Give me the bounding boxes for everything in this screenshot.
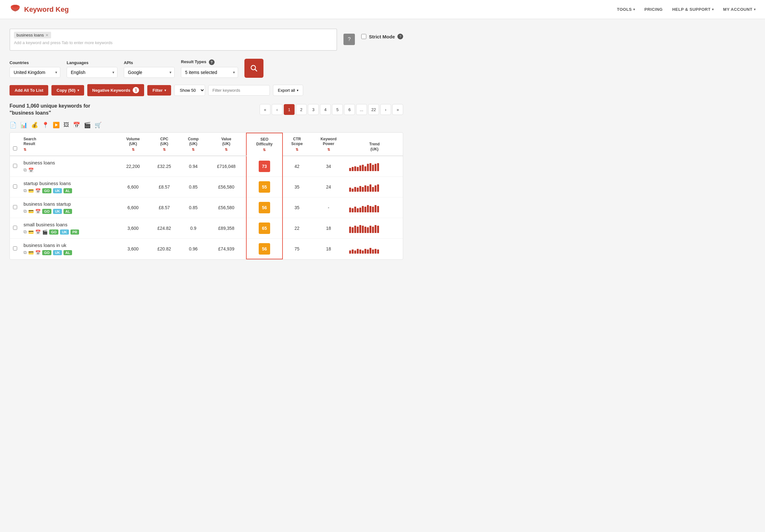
location-icon[interactable]: 📍 xyxy=(42,122,49,129)
copy-icon[interactable]: ⧉ xyxy=(23,209,27,214)
col-header-keyword-power[interactable]: KeywordPower ⇅ xyxy=(311,133,346,156)
trend-bar xyxy=(349,251,351,254)
col-header-volume[interactable]: Volume(UK) ⇅ xyxy=(117,133,149,156)
trend-cell xyxy=(346,156,403,177)
row-checkbox-0[interactable] xyxy=(13,164,17,168)
nav-help[interactable]: HELP & SUPPORT ▾ xyxy=(672,7,714,12)
row-checkbox-2[interactable] xyxy=(13,205,17,209)
apis-select[interactable]: Google xyxy=(124,67,175,78)
page-3[interactable]: 3 xyxy=(308,104,319,115)
calendar-kw-icon[interactable]: 📅 xyxy=(35,250,41,255)
page-first[interactable]: « xyxy=(260,104,271,115)
copy-icon[interactable]: ⧉ xyxy=(23,250,27,255)
results-count: Found 1,060 unique keywords for "busines… xyxy=(10,103,105,117)
col-header-ctr[interactable]: CTRScope ⇅ xyxy=(283,133,311,156)
filter-button[interactable]: Filter ▾ xyxy=(147,85,171,96)
copy-icon[interactable]: ⧉ xyxy=(23,167,27,173)
text-result-icon[interactable]: 📄 xyxy=(10,122,17,129)
table-row: business loans ⧉ 📅 22,200£32.250.94£716,… xyxy=(10,156,403,177)
page-4[interactable]: 4 xyxy=(320,104,331,115)
trend-bar xyxy=(354,226,356,233)
result-types-filter: Result Types ? 5 items selected ▾ xyxy=(181,59,238,78)
search-tags: business loans ✕ xyxy=(14,32,333,38)
calendar-icon[interactable]: 📅 xyxy=(73,122,80,129)
page-last[interactable]: » xyxy=(392,104,403,115)
page-5[interactable]: 5 xyxy=(332,104,343,115)
tag-remove-button[interactable]: ✕ xyxy=(45,33,49,37)
result-types-select[interactable]: 5 items selected xyxy=(181,67,238,78)
currency-icon[interactable]: 💳 xyxy=(28,250,34,255)
strict-mode-checkbox[interactable] xyxy=(361,34,366,39)
col-header-seo-difficulty[interactable]: SEODifficulty ⇅ xyxy=(246,133,283,156)
dollar-icon[interactable]: 💰 xyxy=(31,122,38,129)
trend-bar xyxy=(352,208,354,212)
page-next[interactable]: › xyxy=(380,104,391,115)
languages-select[interactable]: English xyxy=(67,67,117,78)
currency-icon[interactable]: 💳 xyxy=(28,209,34,214)
strict-mode-toggle[interactable]: Strict Mode ? xyxy=(361,34,403,39)
strict-mode-help-icon[interactable]: ? xyxy=(397,34,403,39)
negative-keywords-button[interactable]: Negative Keywords 1 xyxy=(87,84,144,96)
value-cell: £74,939 xyxy=(207,239,246,259)
video-kw-icon[interactable]: 🎬 xyxy=(42,230,48,235)
filter-keywords-input[interactable] xyxy=(208,85,270,96)
trend-bars xyxy=(349,224,399,233)
select-all-header[interactable] xyxy=(10,133,20,156)
image-icon[interactable]: 🖼 xyxy=(64,122,69,128)
calendar-kw-icon[interactable]: 📅 xyxy=(28,168,34,173)
trend-bar xyxy=(357,227,359,233)
search-placeholder: Add a keyword and press Tab to enter mor… xyxy=(14,40,333,45)
nav-tools[interactable]: TOOLS ▾ xyxy=(617,7,635,12)
cart-icon[interactable]: 🛒 xyxy=(95,122,102,129)
keyword-name: business loans in uk xyxy=(23,243,114,248)
currency-icon[interactable]: 💳 xyxy=(28,188,34,193)
copy-icon[interactable]: ⧉ xyxy=(23,188,27,193)
table-row: startup business loans ⧉ 💳 📅 GOUKAL 6,60… xyxy=(10,177,403,198)
page-2[interactable]: 2 xyxy=(296,104,307,115)
currency-icon[interactable]: 💳 xyxy=(28,230,34,235)
apis-label: APIs xyxy=(124,60,175,65)
copy-icon[interactable]: ⧉ xyxy=(23,229,27,235)
col-header-trend[interactable]: Trend(UK) xyxy=(346,133,403,156)
seo-badge: 73 xyxy=(259,161,270,172)
col-header-search-result[interactable]: SearchResult ⇅ xyxy=(20,133,117,156)
search-help-button[interactable]: ? xyxy=(344,34,355,45)
calendar-kw-icon[interactable]: 📅 xyxy=(35,188,41,193)
add-all-button[interactable]: Add All To List xyxy=(10,85,48,96)
col-header-cpc[interactable]: CPC(UK) ⇅ xyxy=(149,133,180,156)
countries-select[interactable]: United Kingdom xyxy=(10,67,60,78)
keyword-badges: ⧉ 💳 📅 GOUKAL xyxy=(23,250,114,255)
calendar-kw-icon[interactable]: 📅 xyxy=(35,209,41,214)
nav-pricing[interactable]: PRICING xyxy=(644,7,663,12)
page-6[interactable]: 6 xyxy=(344,104,355,115)
chart-icon[interactable]: 📊 xyxy=(20,122,27,129)
row-checkbox-1[interactable] xyxy=(13,185,17,189)
keyword-badges: ⧉ 📅 xyxy=(23,167,114,173)
export-button[interactable]: Export all ▾ xyxy=(273,85,303,96)
select-all-checkbox[interactable] xyxy=(13,146,17,151)
col-header-comp[interactable]: Comp(UK) ⇅ xyxy=(180,133,207,156)
calendar-kw-icon[interactable]: 📅 xyxy=(35,230,41,235)
trend-bar xyxy=(354,207,356,212)
page-prev[interactable]: ‹ xyxy=(272,104,283,115)
row-checkbox-4[interactable] xyxy=(13,246,17,251)
result-types-help-icon[interactable]: ? xyxy=(209,59,215,65)
film-icon[interactable]: 🎬 xyxy=(84,122,91,129)
trend-bar xyxy=(365,249,366,254)
page-1[interactable]: 1 xyxy=(284,104,295,115)
sort-comp: ⇅ xyxy=(183,147,204,152)
value-cell: £716,048 xyxy=(207,156,246,177)
page-22[interactable]: 22 xyxy=(368,104,379,115)
video-icon[interactable]: ▶️ xyxy=(53,122,60,129)
row-checkbox-3[interactable] xyxy=(13,226,17,230)
search-button[interactable] xyxy=(245,59,264,78)
logo[interactable]: Keyword Keg xyxy=(10,4,69,15)
search-box[interactable]: business loans ✕ Add a keyword and press… xyxy=(10,29,337,51)
col-header-value[interactable]: Value(UK) ⇅ xyxy=(207,133,246,156)
show-select[interactable]: Show 50 xyxy=(174,85,205,96)
seo-difficulty-cell: 56 xyxy=(246,239,283,259)
copy-button[interactable]: Copy (50) ▾ xyxy=(51,85,84,96)
sort-cpc: ⇅ xyxy=(152,147,177,152)
trend-bar xyxy=(377,185,379,192)
nav-account[interactable]: MY ACCOUNT ▾ xyxy=(723,7,755,12)
